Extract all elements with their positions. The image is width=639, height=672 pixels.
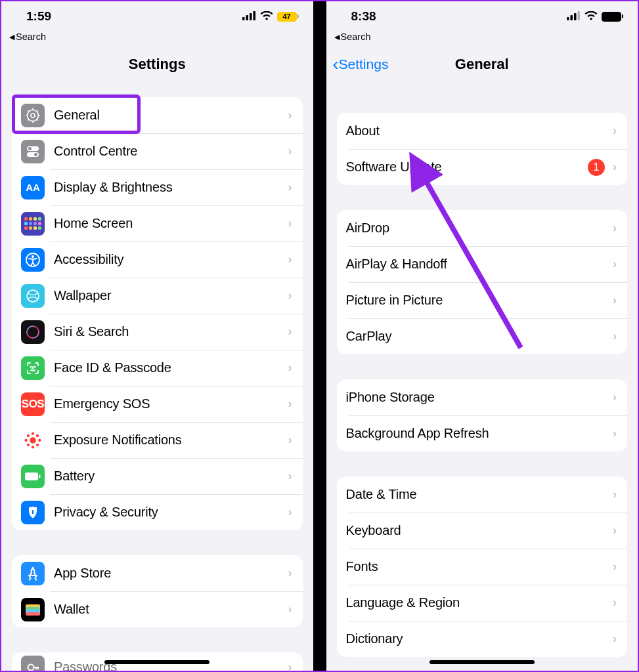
phone-left: 1:59 47 ◀Search Settings General›Control… <box>1 1 313 671</box>
row-label: Exposure Notifications <box>54 432 288 448</box>
svg-rect-35 <box>39 474 41 478</box>
row-label: Siri & Search <box>54 324 288 339</box>
svg-point-30 <box>27 434 30 436</box>
control-centre-icon <box>21 140 45 163</box>
settings-row-emergency-sos[interactable]: SOSEmergency SOS› <box>12 386 303 422</box>
chevron-right-icon: › <box>288 397 292 411</box>
breadcrumb[interactable]: ◀Search <box>326 32 638 46</box>
svg-point-32 <box>27 443 30 446</box>
settings-row-dictionary[interactable]: Dictionary› <box>337 621 628 657</box>
settings-row-siri-search[interactable]: Siri & Search› <box>12 314 303 350</box>
settings-row-picture-in-picture[interactable]: Picture in Picture› <box>337 282 628 318</box>
settings-row-wallpaper[interactable]: Wallpaper› <box>12 278 303 314</box>
row-label: Home Screen <box>54 216 288 231</box>
home-indicator[interactable] <box>104 660 209 664</box>
chevron-right-icon: › <box>288 469 292 483</box>
gear-icon <box>21 104 45 127</box>
chevron-right-icon: › <box>613 632 617 646</box>
row-label: App Store <box>54 566 288 581</box>
back-label: Settings <box>339 56 389 72</box>
page-header: Settings <box>1 46 313 83</box>
chevron-right-icon: › <box>288 505 292 519</box>
svg-rect-46 <box>578 11 581 20</box>
svg-rect-45 <box>574 13 577 20</box>
svg-rect-43 <box>567 17 569 20</box>
settings-row-privacy-security[interactable]: Privacy & Security› <box>12 494 303 530</box>
row-label: Display & Brightness <box>54 180 288 195</box>
row-label: Keyboard <box>346 523 613 538</box>
status-bar: 8:38 <box>326 1 638 32</box>
status-indicators: 47 <box>242 9 299 24</box>
settings-row-accessibility[interactable]: Accessibility› <box>12 242 303 278</box>
settings-group: App Store›Wallet› <box>12 555 303 627</box>
svg-line-10 <box>28 110 29 112</box>
exposure-icon <box>21 429 45 452</box>
row-label: Fonts <box>346 559 613 574</box>
notification-badge: 1 <box>588 159 605 176</box>
settings-list: General›Control Centre›AADisplay & Brigh… <box>1 83 313 671</box>
chevron-right-icon: › <box>288 289 292 303</box>
row-label: iPhone Storage <box>346 390 613 405</box>
chevron-right-icon: › <box>288 325 292 339</box>
svg-line-12 <box>37 110 38 112</box>
svg-rect-34 <box>25 472 38 480</box>
status-time: 1:59 <box>26 9 51 24</box>
back-button[interactable]: ‹ Settings <box>333 56 389 74</box>
row-label: Control Centre <box>54 144 288 159</box>
settings-row-fonts[interactable]: Fonts› <box>337 549 628 585</box>
svg-point-42 <box>28 664 34 670</box>
row-label: Software Update <box>346 159 588 175</box>
wifi-icon <box>584 9 598 24</box>
appstore-icon <box>21 562 45 585</box>
cellular-icon <box>567 9 581 24</box>
settings-row-face-id-passcode[interactable]: Face ID & Passcode› <box>12 350 303 386</box>
settings-row-app-store[interactable]: App Store› <box>12 555 303 591</box>
passwords-icon <box>21 656 45 671</box>
settings-row-display-brightness[interactable]: AADisplay & Brightness› <box>12 169 303 205</box>
settings-row-carplay[interactable]: CarPlay› <box>337 318 628 354</box>
home-screen-icon <box>21 212 45 236</box>
status-bar: 1:59 47 <box>1 1 313 32</box>
chevron-right-icon: › <box>288 602 292 616</box>
svg-line-11 <box>37 119 38 120</box>
settings-row-iphone-storage[interactable]: iPhone Storage› <box>337 379 628 415</box>
settings-row-battery[interactable]: Battery› <box>12 458 303 494</box>
settings-row-about[interactable]: About› <box>337 113 628 149</box>
chevron-right-icon: › <box>613 488 617 501</box>
battery-indicator <box>602 12 623 22</box>
chevron-right-icon: › <box>613 221 617 235</box>
settings-row-software-update[interactable]: Software Update1› <box>337 149 628 185</box>
settings-row-control-centre[interactable]: Control Centre› <box>12 133 303 169</box>
battery-indicator: 47 <box>277 12 299 22</box>
status-indicators <box>567 9 623 24</box>
chevron-right-icon: › <box>288 144 292 158</box>
row-label: Emergency SOS <box>54 396 288 411</box>
settings-row-keyboard[interactable]: Keyboard› <box>337 513 628 549</box>
page-title: General <box>455 56 509 73</box>
chevron-right-icon: › <box>613 293 617 307</box>
wallet-icon <box>21 598 45 621</box>
settings-row-background-app-refresh[interactable]: Background App Refresh› <box>337 415 628 452</box>
settings-row-date-time[interactable]: Date & Time› <box>337 476 628 513</box>
home-indicator[interactable] <box>430 660 535 664</box>
settings-row-wallet[interactable]: Wallet› <box>12 591 303 627</box>
row-label: Wallpaper <box>54 288 288 303</box>
settings-row-general[interactable]: General› <box>12 97 303 133</box>
svg-rect-41 <box>26 612 40 616</box>
settings-group: About›Software Update1› <box>337 113 628 185</box>
settings-row-airplay-handoff[interactable]: AirPlay & Handoff› <box>337 246 628 282</box>
settings-row-home-screen[interactable]: Home Screen› <box>12 205 303 242</box>
svg-point-33 <box>36 443 39 446</box>
svg-point-19 <box>32 255 34 258</box>
breadcrumb[interactable]: ◀Search <box>1 32 313 46</box>
settings-group: General›Control Centre›AADisplay & Brigh… <box>12 97 303 530</box>
settings-row-exposure-notifications[interactable]: Exposure Notifications› <box>12 422 303 458</box>
settings-row-language-region[interactable]: Language & Region› <box>337 585 628 621</box>
settings-row-airdrop[interactable]: AirDrop› <box>337 210 628 246</box>
svg-rect-44 <box>571 15 573 20</box>
row-label: AirDrop <box>346 220 613 236</box>
row-label: Background App Refresh <box>346 426 613 441</box>
svg-point-5 <box>31 114 35 117</box>
svg-point-26 <box>32 432 34 434</box>
page-header: ‹ Settings General <box>326 46 638 83</box>
